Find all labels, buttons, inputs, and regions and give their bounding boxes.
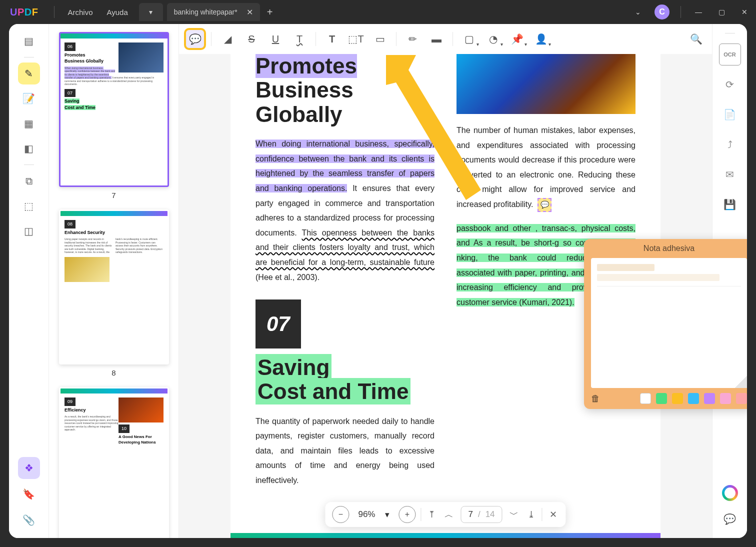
comments-panel-icon[interactable]: 💬 <box>719 508 741 530</box>
sticky-note-toolbar: 🗑 <box>584 388 747 409</box>
textbox-tool[interactable]: ⬚T <box>345 28 367 50</box>
main-content: 💬 ◢ S U T T ⬚T ▭ ✏ ▬ ▢▾ ◔▾ 📌▾ 👤▾ 🔍 <box>179 24 712 538</box>
divider <box>54 6 54 18</box>
svg-marker-0 <box>386 55 481 200</box>
divider <box>680 6 681 18</box>
highlighter-tool-icon[interactable]: ✎ <box>18 62 40 84</box>
chevron-down-icon[interactable]: ⌄ <box>626 0 650 24</box>
search-icon[interactable]: 🔍 <box>685 28 707 50</box>
section-heading: Saving Cost and Time <box>256 356 434 404</box>
export-icon[interactable]: 📄 <box>719 104 741 126</box>
sticky-note-marker[interactable]: 💬 <box>538 198 552 212</box>
callout-tool[interactable]: ▭ <box>369 28 391 50</box>
ai-assistant-icon[interactable] <box>722 485 738 501</box>
new-tab-button[interactable]: + <box>267 6 273 18</box>
zoom-bar: − 96%▾ + ⤒ ︿ 7/14 ﹀ ⤓ ✕ <box>325 502 566 527</box>
color-swatch[interactable] <box>704 393 715 404</box>
sticky-note-tool[interactable]: 💬 <box>184 28 206 50</box>
left-rail: ▤ ✎ 📝 ▦ ◧ ⧉ ⬚ ◫ ❖ 🔖 📎 <box>9 24 49 538</box>
color-swatch[interactable] <box>736 393 747 404</box>
zoom-out-button[interactable]: − <box>332 506 349 523</box>
page-input[interactable]: 7/14 <box>460 506 502 523</box>
form-icon[interactable]: ▦ <box>18 112 40 134</box>
crop-icon[interactable]: ⬚ <box>18 195 40 217</box>
pencil-tool[interactable]: ✏ <box>402 28 424 50</box>
first-page-button[interactable]: ⤒ <box>426 507 438 522</box>
thumbnail-panel[interactable]: 06 PromotesBusiness Globally When doing … <box>49 24 179 538</box>
shape-tool[interactable]: ▢▾ <box>458 28 480 50</box>
zoom-dropdown[interactable]: 96%▾ <box>354 510 394 520</box>
color-swatch[interactable] <box>720 393 731 404</box>
edit-text-icon[interactable]: 📝 <box>18 88 40 110</box>
close-zoombar-button[interactable]: ✕ <box>548 507 559 522</box>
document-tab[interactable]: banking whitepapar* ✕ <box>167 3 260 21</box>
redact-icon[interactable]: ◧ <box>18 138 40 160</box>
layers-icon[interactable]: ❖ <box>18 457 40 479</box>
minimize-button[interactable]: — <box>687 0 710 24</box>
tab-title: banking whitepapar* <box>174 8 238 16</box>
attachment-icon[interactable]: 📎 <box>18 509 40 531</box>
color-swatch[interactable] <box>640 393 651 404</box>
color-swatch[interactable] <box>672 393 683 404</box>
page-footer-gradient <box>230 533 660 538</box>
trash-icon[interactable]: 🗑 <box>591 394 600 404</box>
sticky-note-textarea[interactable] <box>591 258 747 388</box>
prev-page-button[interactable]: ︿ <box>442 506 456 522</box>
annotation-toolbar: 💬 ◢ S U T T ⬚T ▭ ✏ ▬ ▢▾ ◔▾ 📌▾ 👤▾ 🔍 <box>179 24 712 54</box>
menu-archivo[interactable]: Archivo <box>60 8 100 16</box>
save-icon[interactable]: 💾 <box>719 194 741 216</box>
thumbnail-number: 7 <box>59 191 168 200</box>
text-tool[interactable]: T <box>321 28 343 50</box>
eraser-tool[interactable]: ▬ <box>426 28 448 50</box>
tab-dropdown[interactable]: ▾ <box>139 3 163 21</box>
last-page-button[interactable]: ⤓ <box>526 507 537 522</box>
email-icon[interactable]: ✉ <box>719 164 741 186</box>
underline-tool[interactable]: U <box>264 28 286 50</box>
thumbnail[interactable]: 06 PromotesBusiness Globally When doing … <box>59 32 168 200</box>
chevron-down-icon: ▾ <box>385 510 390 520</box>
callout-arrow <box>386 55 496 207</box>
ocr-icon[interactable]: OCR <box>719 44 741 66</box>
section-number: 07 <box>256 300 301 348</box>
thumbnail[interactable]: 08 Enhanced Security Using paper receipt… <box>59 210 168 377</box>
thumbnail-number: 8 <box>59 368 168 377</box>
organize-pages-icon[interactable]: ⧉ <box>18 170 40 192</box>
zoom-in-button[interactable]: + <box>398 506 416 523</box>
squiggly-tool[interactable]: T <box>288 28 310 50</box>
bookmark-icon[interactable]: 🔖 <box>18 483 40 505</box>
compare-icon[interactable]: ◫ <box>18 220 40 242</box>
strikethrough-tool[interactable]: S <box>240 28 262 50</box>
reader-mode-icon[interactable]: ▤ <box>18 30 40 52</box>
app-logo: UPDF <box>10 6 38 18</box>
next-page-button[interactable]: ﹀ <box>508 506 520 522</box>
color-swatch[interactable] <box>656 393 667 404</box>
signature-tool[interactable]: 👤▾ <box>530 28 552 50</box>
user-avatar[interactable]: C <box>654 4 670 20</box>
share-icon[interactable]: ⤴ <box>719 134 741 156</box>
close-button[interactable]: ✕ <box>733 0 756 24</box>
thumbnail[interactable]: 10 A Good News ForDeveloping Nations 09 … <box>59 387 168 538</box>
close-tab-icon[interactable]: ✕ <box>246 8 253 17</box>
body-text: The quantity of paperwork needed daily t… <box>256 414 434 488</box>
titlebar: UPDF Archivo Ayuda ▾ banking whitepapar*… <box>0 0 756 24</box>
stamp-tool[interactable]: ◔▾ <box>482 28 504 50</box>
maximize-button[interactable]: ▢ <box>710 0 733 24</box>
convert-icon[interactable]: ⟳ <box>719 74 741 96</box>
pin-tool[interactable]: 📌▾ <box>506 28 528 50</box>
menu-ayuda[interactable]: Ayuda <box>100 8 135 16</box>
workspace: ▤ ✎ 📝 ▦ ◧ ⧉ ⬚ ◫ ❖ 🔖 📎 06 PromotesBusines… <box>9 24 747 538</box>
sticky-note-title: Nota adhesiva <box>584 239 747 258</box>
sticky-note-popup[interactable]: Nota adhesiva 🗑 <box>584 239 747 409</box>
color-swatch[interactable] <box>688 393 699 404</box>
highlight-tool[interactable]: ◢ <box>216 28 238 50</box>
